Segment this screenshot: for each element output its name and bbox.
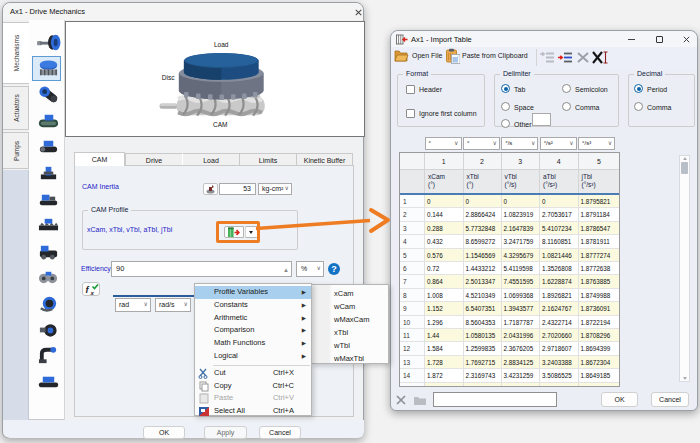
- svg-text:x: x: [89, 290, 94, 296]
- svg-text:Disc: Disc: [162, 74, 175, 81]
- svg-text:Load: Load: [214, 40, 229, 47]
- svg-text:CAM: CAM: [213, 120, 227, 127]
- svg-text:f: f: [85, 285, 89, 295]
